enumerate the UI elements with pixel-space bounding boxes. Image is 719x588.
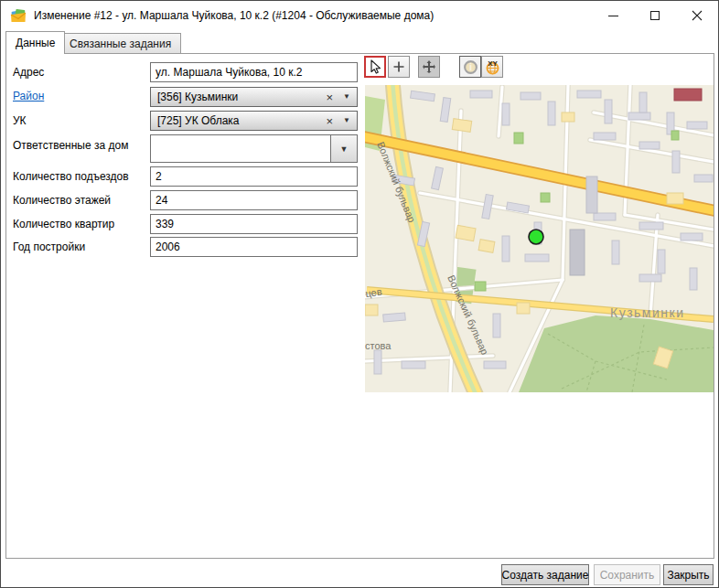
apartments-input[interactable] <box>150 214 358 234</box>
plus-crosshair-icon <box>392 59 406 74</box>
district-value: [356] Кузьминки <box>157 91 326 103</box>
xy-globe-icon: XY <box>485 59 500 75</box>
map-label-street-fragment-top: цев <box>365 286 382 299</box>
svg-text:i: i <box>469 61 472 72</box>
uk-clear-icon[interactable]: × <box>326 115 333 127</box>
tab-related-tasks[interactable]: Связанные задания <box>59 33 181 53</box>
close-button[interactable] <box>676 1 718 30</box>
apartments-label: Количество квартир <box>13 218 114 230</box>
title-bar: Изменение #12 - ул. Маршала Чуйкова, 10 … <box>1 1 718 30</box>
window-title: Изменение #12 - ул. Маршала Чуйкова, 10 … <box>34 9 434 22</box>
object-info-tool-button[interactable]: i <box>459 56 481 78</box>
year-label: Год постройки <box>13 241 85 253</box>
minimize-button[interactable] <box>592 1 634 30</box>
address-input[interactable] <box>150 62 358 82</box>
entrances-input[interactable] <box>150 166 358 187</box>
map-label-street-fragment-bottom: стова <box>365 340 392 351</box>
window-controls <box>592 1 718 30</box>
district-link[interactable]: Район <box>13 90 44 102</box>
district-clear-icon[interactable]: × <box>326 91 333 103</box>
floors-label: Количество этажей <box>13 194 111 207</box>
responsible-dropdown-icon: ▼ <box>340 144 349 154</box>
move-arrows-icon <box>422 59 436 74</box>
pan-map-tool-button[interactable] <box>418 56 440 78</box>
map-label-district: Кузьминки <box>610 305 685 320</box>
address-label: Адрес <box>13 66 44 79</box>
tab-data[interactable]: Данные <box>5 31 65 54</box>
close-dialog-button[interactable]: Закрыть <box>663 564 714 585</box>
responsible-label: Ответственные за дом <box>13 139 128 152</box>
maximize-button[interactable] <box>634 1 676 30</box>
info-icon: i <box>463 59 478 75</box>
responsible-combobox[interactable]: ▼ <box>150 134 358 163</box>
tab-data-label: Данные <box>16 37 55 49</box>
year-input[interactable] <box>150 237 358 257</box>
add-point-tool-button[interactable] <box>388 56 410 78</box>
close-icon <box>692 10 703 21</box>
save-label: Сохранить <box>600 569 655 582</box>
uk-combobox[interactable]: [725] УК Облака × ▼ <box>150 111 358 131</box>
create-task-label: Создать задание <box>502 569 589 582</box>
xy-coordinates-tool-button[interactable]: XY <box>481 56 503 78</box>
select-cursor-tool-button[interactable] <box>364 56 386 78</box>
dialog-window: Изменение #12 - ул. Маршала Чуйкова, 10 … <box>0 0 719 588</box>
uk-dropdown-icon[interactable]: ▼ <box>343 117 350 124</box>
svg-text:XY: XY <box>488 59 498 68</box>
map-house-marker[interactable] <box>529 230 543 244</box>
envelope-app-icon <box>10 8 27 23</box>
save-button[interactable]: Сохранить <box>594 564 660 585</box>
cursor-arrow-icon <box>368 59 382 74</box>
uk-value: [725] УК Облака <box>157 114 326 127</box>
create-task-button[interactable]: Создать задание <box>501 564 589 585</box>
entrances-label: Количество подъездов <box>13 170 129 183</box>
minimize-icon <box>608 16 618 16</box>
map-canvas[interactable]: Волжский бульвар Волжский бульвар цев ст… <box>365 85 714 392</box>
tab-related-tasks-label: Связанные задания <box>70 37 171 50</box>
floors-input[interactable] <box>150 190 358 210</box>
district-combobox[interactable]: [356] Кузьминки × ▼ <box>150 87 358 107</box>
close-dialog-label: Закрыть <box>667 569 709 582</box>
district-dropdown-icon[interactable]: ▼ <box>343 93 350 101</box>
uk-label: УК <box>13 114 27 127</box>
responsible-dropdown-button[interactable]: ▼ <box>330 135 357 162</box>
maximize-icon <box>650 11 660 20</box>
